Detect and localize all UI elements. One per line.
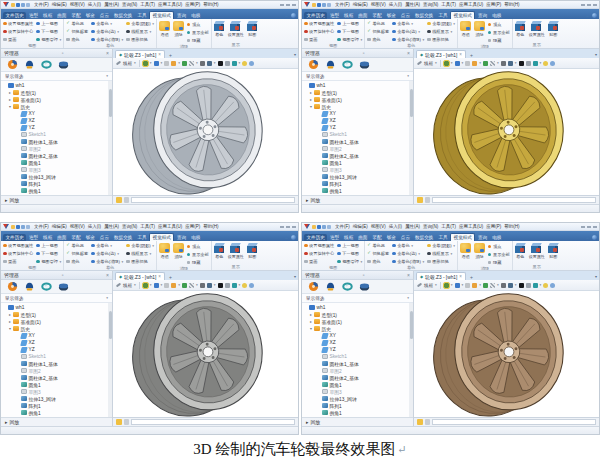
tree-item-folder[interactable]: ▸造型(1) xyxy=(1,311,112,318)
checker-texture-icon[interactable] xyxy=(189,283,194,288)
btn-prev-view[interactable]: 上一视图 xyxy=(337,20,362,27)
menu-tools[interactable]: 工具(T) xyxy=(441,2,456,7)
open-icon[interactable] xyxy=(11,3,15,7)
btn-transparent[interactable]: 透明 xyxy=(159,243,170,259)
btn-shade-hidden[interactable]: 全着色(消隐)▾ xyxy=(392,258,424,265)
btn-shade-edges[interactable]: 全着色(边)▾ xyxy=(91,250,123,257)
btn-next-view[interactable]: 下一视图 xyxy=(337,28,362,35)
tree-scrollbar[interactable] xyxy=(409,81,413,195)
tab-shape[interactable]: 造型 xyxy=(327,234,341,241)
btn-shade-shadow[interactable]: 全着(阴影)▾ xyxy=(126,242,154,249)
btn-wireframe-display[interactable]: 线框显示▾ xyxy=(126,250,154,257)
menu-view[interactable]: 视图(V) xyxy=(371,224,386,229)
btn-transparent[interactable]: 透明 xyxy=(460,21,471,37)
tree-item-sketch[interactable]: Sketch1 xyxy=(302,131,413,138)
tab-dataexchange[interactable]: 数据交换 xyxy=(112,12,135,19)
btn-show-all[interactable]: 显示全部 xyxy=(488,29,510,36)
viewport-3d[interactable] xyxy=(113,291,298,417)
history-manager-icon[interactable] xyxy=(308,281,319,292)
light-icon[interactable] xyxy=(472,283,477,288)
btn-redraw[interactable]: 重画 xyxy=(3,36,33,43)
btn-vertices[interactable]: 顶点 xyxy=(187,243,209,250)
light-icon[interactable] xyxy=(171,61,176,66)
close-doc-icon[interactable]: × xyxy=(158,52,161,57)
tree-item-sketch[interactable]: 草图2 xyxy=(302,367,413,374)
tree-item-feature[interactable]: 圆柱体2_基体 xyxy=(1,374,112,381)
tab-inquire[interactable]: 查询 xyxy=(475,12,489,19)
assembly-manager-icon[interactable] xyxy=(325,281,336,292)
save-icon[interactable] xyxy=(16,3,20,7)
tree-item-plane[interactable]: XY xyxy=(1,110,112,117)
tree-item-feature[interactable]: 圆柱体1_基体 xyxy=(302,360,413,367)
save-icon[interactable] xyxy=(317,225,321,229)
tree-item-feature[interactable]: 倒角1 xyxy=(1,409,112,416)
tree-item-folder[interactable]: ▸基准面(1) xyxy=(302,96,413,103)
tree-item-folder[interactable]: ▸基准面(1) xyxy=(1,96,112,103)
tab-dataexchange[interactable]: 数据交换 xyxy=(413,12,436,19)
window-controls[interactable] xyxy=(581,226,597,228)
render-mode-icon[interactable] xyxy=(455,283,460,288)
btn-hide[interactable]: 隐藏 xyxy=(488,259,510,266)
btn-view-manager[interactable]: 视图管理▾ xyxy=(36,258,61,265)
menu-app[interactable]: 应用(P) xyxy=(486,224,501,229)
menu-edit[interactable]: 编辑(E) xyxy=(353,2,368,7)
help-icon[interactable] xyxy=(592,235,597,240)
render-mode-icon[interactable] xyxy=(154,61,159,66)
tree-item-sketch[interactable]: 草图2 xyxy=(1,367,112,374)
tab-visual-style[interactable]: 视觉样式 xyxy=(450,233,475,241)
tab-electrode[interactable]: 电极 xyxy=(490,234,504,241)
tab-sheetmetal[interactable]: 钣金 xyxy=(384,12,398,19)
menu-app[interactable]: 应用(P) xyxy=(486,2,501,7)
btn-shade-edges[interactable]: 全着色(边)▾ xyxy=(91,28,123,35)
tree-item-sketch[interactable]: Sketch1 xyxy=(302,353,413,360)
menu-insert[interactable]: 插入(I) xyxy=(389,2,402,7)
tab-assembly[interactable]: 装配 xyxy=(370,234,384,241)
background-color-icon[interactable] xyxy=(519,61,524,66)
shaded-mode-icon[interactable] xyxy=(444,61,449,66)
floor-icon[interactable] xyxy=(225,283,230,288)
shaded-mode-icon[interactable] xyxy=(444,283,449,288)
history-manager-icon[interactable] xyxy=(308,59,319,70)
tab-shape[interactable]: 造型 xyxy=(26,234,40,241)
redo-icon[interactable] xyxy=(26,3,30,7)
btn-color[interactable]: 着色 xyxy=(214,21,225,37)
btn-background[interactable]: 底色 xyxy=(66,258,88,265)
replay-bar[interactable]: ▸ 回放 xyxy=(1,195,112,204)
tab-sheetmetal[interactable]: 钣金 xyxy=(83,234,97,241)
btn-redraw[interactable]: 重画 xyxy=(3,258,33,265)
redo-icon[interactable] xyxy=(26,225,30,229)
tree-item-folder[interactable]: ▸造型(1) xyxy=(302,311,413,318)
tab-visual-style[interactable]: 视觉样式 xyxy=(450,11,475,19)
undo-icon[interactable] xyxy=(21,225,25,229)
tab-surface[interactable]: 曲面 xyxy=(356,12,370,19)
assembly-manager-icon[interactable] xyxy=(325,59,336,70)
env-map-icon[interactable] xyxy=(249,61,254,66)
pin-icon[interactable]: ▫ xyxy=(62,272,64,278)
floor-icon[interactable] xyxy=(526,61,531,66)
menu-help[interactable]: 帮助(H) xyxy=(203,2,218,7)
tree-item-plane[interactable]: XY xyxy=(1,332,112,339)
scene-icon[interactable] xyxy=(207,283,212,288)
command-input[interactable] xyxy=(131,419,295,425)
tree-item-feature[interactable]: 拉伸13_回转 xyxy=(302,173,413,180)
menu-attr[interactable]: 属性(A) xyxy=(104,2,119,7)
tree-item-sketch[interactable]: 草图3 xyxy=(302,166,413,173)
menu-attr[interactable]: 属性(A) xyxy=(405,2,420,7)
tab-electrode[interactable]: 电极 xyxy=(189,12,203,19)
tab-assembly[interactable]: 装配 xyxy=(370,12,384,19)
tree-item-folder[interactable]: ▸基准面(1) xyxy=(1,318,112,325)
btn-hide[interactable]: 隐藏 xyxy=(187,259,209,266)
btn-color[interactable]: 着色 xyxy=(515,243,526,259)
tree-item-plane[interactable]: YZ xyxy=(1,124,112,131)
tree-item-folder[interactable]: ▾历史 xyxy=(1,325,112,332)
btn-shade-edges[interactable]: 全着色(边)▾ xyxy=(392,250,424,257)
tree-item-plane[interactable]: XY xyxy=(302,110,413,117)
save-icon[interactable] xyxy=(16,225,20,229)
btn-face-attributes[interactable]: 设置属性 xyxy=(529,21,545,37)
btn-shade-edges[interactable]: 全着色(边)▾ xyxy=(392,28,424,35)
env-map-icon[interactable] xyxy=(249,283,254,288)
menu-insert[interactable]: 插入(I) xyxy=(88,224,101,229)
scene-icon[interactable] xyxy=(508,61,513,66)
btn-shader[interactable]: ✓着色器 xyxy=(367,242,389,249)
material-icon[interactable] xyxy=(182,61,187,66)
